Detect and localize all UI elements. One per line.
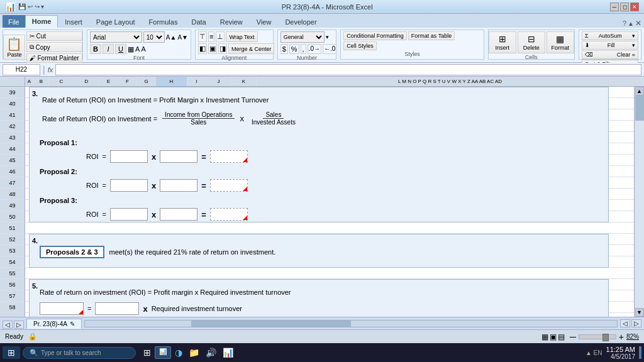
fill-button[interactable]: ⬇ Fill ▾: [582, 41, 638, 50]
cut-button[interactable]: ✂Cut: [26, 31, 82, 41]
cell-styles-button[interactable]: Cell Styles: [343, 41, 377, 50]
increase-font-icon[interactable]: A▲: [166, 34, 177, 41]
start-button[interactable]: ⊞: [3, 346, 20, 359]
font-color-icon[interactable]: A: [141, 45, 145, 53]
format-button[interactable]: ▦ Format: [547, 31, 574, 53]
p2-input1[interactable]: [110, 179, 148, 192]
font-name-select[interactable]: Arial: [90, 31, 142, 43]
zoom-out-icon[interactable]: ─: [570, 332, 576, 342]
fill-color-icon[interactable]: A: [135, 45, 140, 53]
comma-icon[interactable]: ,: [301, 44, 306, 54]
align-right-icon[interactable]: ◨: [218, 43, 227, 54]
p2-input2[interactable]: [160, 179, 197, 192]
minimize-button[interactable]: ─: [610, 3, 619, 11]
excel2-icon[interactable]: 📊: [220, 346, 236, 359]
decrease-decimal-icon[interactable]: ←.0: [323, 44, 336, 54]
zoom-level[interactable]: 82%: [626, 333, 639, 340]
clock[interactable]: 11:25 AM 4/5/2017: [606, 346, 635, 360]
p3-result[interactable]: [210, 208, 248, 221]
scroll-track[interactable]: [635, 96, 644, 308]
tab-home[interactable]: Home: [25, 15, 58, 28]
border-icon[interactable]: ▦: [128, 45, 134, 53]
tab-review[interactable]: Review: [213, 15, 250, 28]
tab-data[interactable]: Data: [184, 15, 213, 28]
p3-input1[interactable]: [110, 208, 148, 221]
format-as-table-button[interactable]: Format as Table: [408, 31, 455, 40]
p1-result[interactable]: [210, 150, 248, 163]
search-box[interactable]: 🔍 Type or talk to search: [23, 347, 136, 359]
h-scroll-thumb[interactable]: [191, 321, 351, 327]
p2-mult: x: [152, 181, 156, 190]
insert-button[interactable]: ⊞ Insert: [489, 31, 516, 53]
p2-result[interactable]: [210, 179, 248, 192]
italic-button[interactable]: I: [103, 44, 114, 54]
underline-button[interactable]: U: [115, 44, 126, 54]
scroll-down-arrow[interactable]: ▼: [635, 308, 644, 317]
formula-input[interactable]: [55, 64, 641, 75]
restore-button[interactable]: ◻: [620, 3, 629, 11]
title-controls: ─ ◻ ✕: [610, 3, 639, 11]
cells-controls: ⊞ Insert ⊟ Delete ▦ Format: [489, 31, 574, 53]
close-button[interactable]: ✕: [630, 3, 639, 11]
ribbon-collapse-icon[interactable]: ▲: [628, 20, 634, 27]
conditional-format-button[interactable]: Conditional Formatting: [343, 31, 407, 40]
tab-file[interactable]: File: [3, 15, 25, 28]
zoom-slider[interactable]: [579, 334, 616, 339]
align-middle-icon[interactable]: ≡: [208, 31, 214, 42]
p1-input2[interactable]: [160, 150, 197, 163]
font-size-select[interactable]: 10: [143, 31, 165, 43]
bold-button[interactable]: B: [90, 44, 101, 54]
currency-icon[interactable]: $: [280, 44, 288, 54]
excel-taskbar-item[interactable]: 📊: [155, 346, 171, 359]
paste-button[interactable]: 📋 Paste: [3, 35, 25, 60]
vertical-scrollbar[interactable]: ▲ ▼: [634, 87, 644, 317]
number-expand-icon[interactable]: ▾: [326, 34, 329, 40]
horizontal-scrollbar[interactable]: [84, 320, 618, 327]
s5-input1[interactable]: [40, 302, 84, 315]
copy-button[interactable]: ⧉Copy: [26, 42, 82, 52]
help-icon[interactable]: ?: [623, 19, 626, 27]
normal-view-icon[interactable]: ▦: [541, 332, 548, 341]
increase-decimal-icon[interactable]: .0→: [308, 44, 321, 54]
sheet-prev-icon[interactable]: ◁: [3, 321, 13, 329]
decrease-font-icon[interactable]: A▼: [177, 34, 188, 41]
p1-input1[interactable]: [110, 150, 148, 163]
name-box[interactable]: [3, 64, 40, 75]
page-layout-icon[interactable]: ▣: [550, 332, 557, 341]
sheet-tab-active[interactable]: Pr. 23(8)-4A ✎: [26, 319, 82, 329]
tab-formulas[interactable]: Formulas: [142, 15, 185, 28]
merge-center-button[interactable]: Merge & Center: [228, 43, 275, 54]
s5-input2[interactable]: [95, 302, 139, 315]
wrap-text-button[interactable]: Wrap Text: [226, 31, 257, 42]
speaker-icon[interactable]: 🔊: [203, 346, 219, 359]
sheet-next-icon[interactable]: ▷: [14, 321, 24, 329]
number-format-select[interactable]: General: [280, 31, 325, 43]
format-painter-button[interactable]: 🖌Format Painter: [26, 53, 82, 63]
zoom-in-icon[interactable]: +: [619, 332, 624, 342]
p3-input2[interactable]: [160, 208, 197, 221]
h-scroll-right-arrow[interactable]: ▷: [631, 319, 641, 327]
h-scroll-left-arrow[interactable]: ◁: [620, 319, 630, 327]
align-bottom-icon[interactable]: ⊥: [216, 31, 225, 42]
page-break-icon[interactable]: ▤: [558, 332, 565, 341]
delete-icon: ⊟: [528, 34, 535, 44]
scroll-up-arrow[interactable]: ▲: [635, 87, 644, 96]
align-top-icon[interactable]: ⊤: [198, 31, 207, 42]
file-explorer-icon[interactable]: 📁: [186, 346, 202, 359]
tab-insert[interactable]: Insert: [58, 15, 89, 28]
tab-view[interactable]: View: [250, 15, 279, 28]
delete-button[interactable]: ⊟ Delete: [518, 31, 545, 53]
clear-button[interactable]: ⌫ Clear =: [582, 50, 638, 59]
show-desktop-icon[interactable]: [639, 346, 641, 359]
tab-page-layout[interactable]: Page Layout: [89, 15, 142, 28]
align-left-icon[interactable]: ◧: [198, 43, 207, 54]
close-excel-icon[interactable]: ✕: [635, 19, 641, 28]
taskview-icon[interactable]: ⊞: [141, 346, 153, 359]
tab-developer[interactable]: Developer: [278, 15, 323, 28]
align-center-icon[interactable]: ▣: [208, 43, 217, 54]
edge-icon[interactable]: ◑: [172, 346, 185, 359]
zoom-slider-thumb[interactable]: [602, 334, 609, 341]
autosum-button[interactable]: Σ AutoSum ▾: [582, 31, 638, 40]
scroll-thumb[interactable]: [635, 96, 644, 121]
percent-icon[interactable]: %: [289, 44, 299, 54]
